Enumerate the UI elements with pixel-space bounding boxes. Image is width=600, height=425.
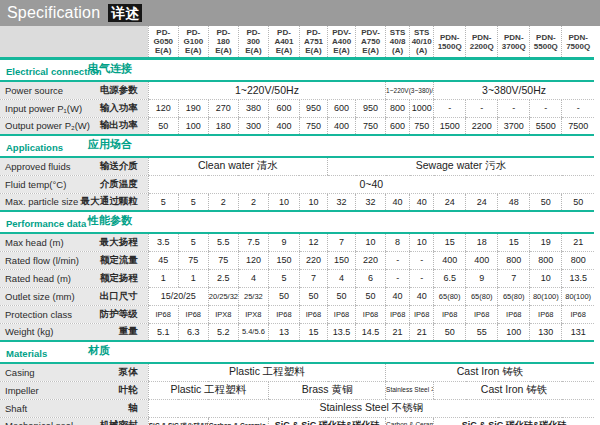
table-row: Power source电源参数1~220V/50Hz1~220V(3~380)… (0, 81, 594, 99)
row-label: Rated flow (l/min)额定流量 (0, 251, 148, 269)
spec-cell: Carbon & Ceramic 石墨&陶瓷 (386, 417, 434, 425)
section-heading-zh: 电气连接 (88, 61, 132, 76)
spec-cell: 20/25/32 (208, 287, 238, 305)
spec-cell: Carbon & Ceramic 石墨&陶瓷 (208, 417, 268, 425)
spec-cell: 75 (208, 251, 238, 269)
spec-cell: 24 (434, 193, 466, 211)
spec-cell: 21 (562, 233, 594, 251)
row-label-zh: 叶轮 (119, 384, 138, 397)
spec-cell: IP68 (268, 305, 299, 323)
table-row: Fluid temp(°C)介质温度0~40 (0, 175, 594, 193)
spec-cell: Clean water 清水 (148, 157, 327, 175)
spec-cell: 270 (208, 99, 238, 117)
row-label-en: Outlet size (mm) (5, 291, 75, 302)
row-label-en: Rated head (m) (5, 273, 71, 284)
row-label: Max. particle size最大通过颗粒 (0, 193, 148, 211)
spec-cell: 65(80) (498, 287, 530, 305)
spec-cell: 7 (328, 233, 356, 251)
spec-cell: 10 (356, 233, 386, 251)
spec-cell: 800 (530, 251, 562, 269)
spec-cell: 21 (410, 323, 434, 341)
spec-cell: 32 (356, 193, 386, 211)
column-header-pdn2200q: PDN-2200Q (466, 26, 498, 59)
row-label-zh: 额定流量 (100, 254, 138, 267)
row-label-en: Rated flow (l/min) (5, 255, 79, 266)
spec-cell: 75 (178, 251, 208, 269)
column-header-pda401: PD-A401E(A) (268, 26, 299, 59)
row-label-en: Output power P₂(W) (5, 120, 90, 131)
table-row: Mechanical seal机械密封SiC & SiC 碳化硅&碳化硅Carb… (0, 417, 594, 425)
column-header-pdn3700q: PDN-3700Q (498, 26, 530, 59)
row-label-zh: 重量 (119, 325, 138, 338)
row-label: Approved fluids输送介质 (0, 157, 148, 175)
section-row: Applications应用场合 (0, 135, 594, 157)
row-label: Protection class防护等级 (0, 305, 148, 323)
table-row: Impeller叶轮Plastic 工程塑料Brass 黄铜Stainless … (0, 381, 594, 399)
spec-cell: 7500 (562, 117, 594, 135)
spec-cell: 2 (208, 193, 238, 211)
spec-cell: SiC & SiC 碳化硅&碳化硅 (148, 417, 208, 425)
spec-cell: 80(100) (530, 287, 562, 305)
section-row: Performance data性能参数 (0, 211, 594, 233)
spec-cell: IP68 (386, 305, 410, 323)
spec-cell: 40 (386, 287, 410, 305)
row-label: Mechanical seal机械密封 (0, 417, 148, 425)
row-label-zh: 输入功率 (100, 102, 138, 115)
spec-cell: 15 (434, 233, 466, 251)
spec-cell: - (410, 269, 434, 287)
row-label-en: Impeller (5, 385, 39, 396)
spec-cell: 220 (299, 251, 327, 269)
spec-cell: Plastic 工程塑料 (148, 363, 385, 381)
row-label-zh: 最大通过颗粒 (81, 195, 138, 208)
spec-cell: 400 (466, 251, 498, 269)
spec-cell: 120 (238, 251, 268, 269)
section-row: Materials材质 (0, 341, 594, 363)
spec-cell: 3700 (498, 117, 530, 135)
spec-cell: 45 (148, 251, 178, 269)
spec-cell: - (386, 251, 410, 269)
spec-cell: 1 (178, 269, 208, 287)
column-header-pdg050: PD-G050E(A) (148, 26, 178, 59)
spec-cell: 5 (148, 193, 178, 211)
spec-cell: 1 (148, 269, 178, 287)
table-row: Output power P₂(W)输出功率501001803004007504… (0, 117, 594, 135)
spec-cell: 180 (208, 117, 238, 135)
spec-cell: 190 (178, 99, 208, 117)
spec-cell: 5.2 (208, 323, 238, 341)
spec-cell: 15/20/25 (148, 287, 208, 305)
table-row: Protection class防护等级IP68IP68IPX8IPX8IP68… (0, 305, 594, 323)
spec-cell: 800 (562, 251, 594, 269)
table-row: Max. particle size最大通过颗粒5522101032324040… (0, 193, 594, 211)
spec-cell: IPX8 (238, 305, 268, 323)
column-header-pdva400: PDV-A400E(A) (328, 26, 356, 59)
row-label: Rated head (m)额定扬程 (0, 269, 148, 287)
spec-cell: 750 (410, 117, 434, 135)
spec-cell: 6 (356, 269, 386, 287)
spec-cell: Brass 黄铜 (268, 381, 385, 399)
spec-cell: 55 (466, 323, 498, 341)
spec-cell: - (498, 99, 530, 117)
column-header-pda751: PD-A751E(A) (299, 26, 327, 59)
spec-cell: 32 (328, 193, 356, 211)
table-row: Max head (m)最大扬程3.555.57.591271081015181… (0, 233, 594, 251)
row-label-en: Max head (m) (5, 237, 64, 248)
spec-cell: 40 (410, 193, 434, 211)
spec-cell: 50 (328, 287, 356, 305)
column-header-pdva750: PDV-A750E(A) (356, 26, 386, 59)
spec-cell: IPX8 (208, 305, 238, 323)
spec-cell: 10 (268, 193, 299, 211)
row-label: Max head (m)最大扬程 (0, 233, 148, 251)
spec-cell: Plastic 工程塑料 (148, 381, 268, 399)
row-label-zh: 出口尺寸 (100, 290, 138, 303)
section-heading-en: Performance data (1, 218, 86, 229)
spec-cell: Stainless Steel 不锈钢 (386, 381, 434, 399)
spec-cell: SiC & SiC 碳化硅&碳化硅 (434, 417, 594, 425)
spec-cell: 150 (268, 251, 299, 269)
row-label: Outlet size (mm)出口尺寸 (0, 287, 148, 305)
row-label-zh: 最大扬程 (100, 236, 138, 249)
spec-cell: 10 (299, 193, 327, 211)
section-heading: Applications应用场合 (0, 135, 594, 157)
spec-cell: 950 (299, 99, 327, 117)
spec-cell: IP68 (148, 305, 178, 323)
spec-cell: 150 (328, 251, 356, 269)
